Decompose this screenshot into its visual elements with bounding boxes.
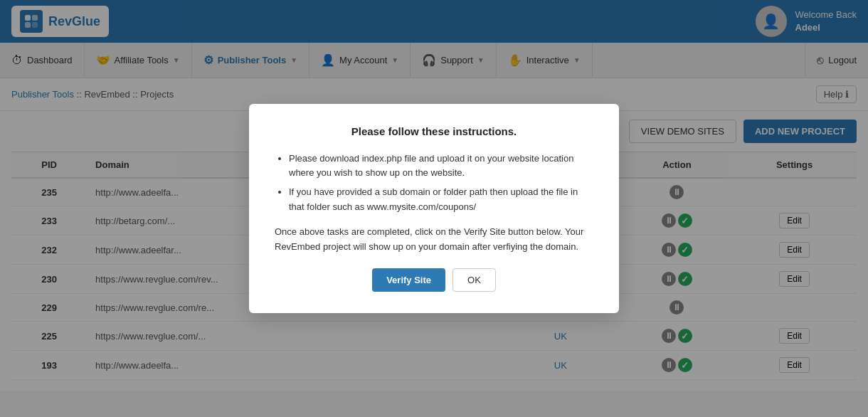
instruction-2: If you have provided a sub domain or fol… (289, 185, 593, 215)
modal-footer: Verify Site OK (275, 268, 593, 292)
instructions-list: Please download index.php file and uploa… (289, 152, 593, 215)
instructions-modal: Please follow these instructions. Please… (249, 104, 619, 314)
instruction-1: Please download index.php file and uploa… (289, 152, 593, 181)
ok-button[interactable]: OK (452, 268, 496, 292)
modal-title: Please follow these instructions. (275, 125, 593, 137)
modal-body: Please download index.php file and uploa… (275, 152, 593, 255)
modal-overlay: Please follow these instructions. Please… (0, 0, 868, 391)
verify-site-button[interactable]: Verify Site (372, 268, 445, 292)
modal-body-text: Once above tasks are completed, click on… (275, 225, 593, 255)
